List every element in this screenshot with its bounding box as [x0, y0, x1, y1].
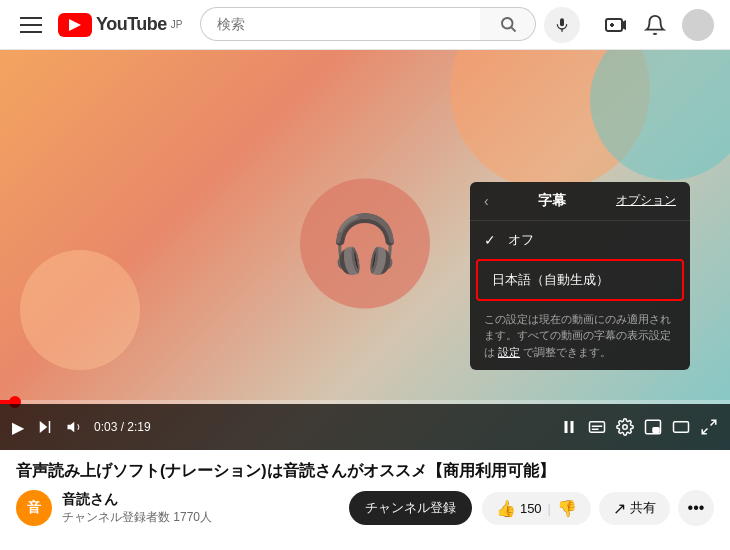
caption-item-off[interactable]: ✓ オフ	[470, 221, 690, 259]
deco-circle-2	[20, 250, 140, 370]
theater-button[interactable]	[670, 416, 692, 438]
youtube-text: YouTube	[96, 14, 167, 35]
search-icon	[499, 15, 517, 33]
channel-name: 音読さん	[62, 491, 339, 509]
caption-title: 字幕	[538, 192, 566, 210]
play-icon: ▶	[12, 418, 24, 437]
share-icon: ↗	[613, 499, 626, 518]
svg-rect-19	[674, 422, 689, 433]
like-count: 150	[520, 501, 542, 516]
thumbs-up-icon: 👍	[496, 499, 516, 518]
svg-rect-2	[560, 18, 564, 26]
subtitles-icon	[588, 418, 606, 436]
theater-icon	[672, 418, 690, 436]
channel-info: 音読さん チャンネル登録者数 1770人	[62, 491, 339, 526]
youtube-jp: JP	[171, 19, 183, 30]
subtitles-button[interactable]	[586, 416, 608, 438]
caption-japanese-label: 日本語（自動生成）	[492, 272, 609, 287]
caption-item-japanese[interactable]: 日本語（自動生成）	[476, 259, 684, 301]
svg-point-0	[502, 18, 513, 29]
checkmark-icon: ✓	[484, 232, 498, 248]
video-container[interactable]: 🎧 ‹ 字幕 オプション ✓ オフ 日本語（自動生成） この設定は現在の動画にの…	[0, 50, 730, 450]
fullscreen-button[interactable]	[698, 416, 720, 438]
controls-right	[558, 416, 720, 438]
next-button[interactable]	[34, 416, 56, 438]
caption-options-link[interactable]: オプション	[616, 192, 676, 209]
caption-menu-popup: ‹ 字幕 オプション ✓ オフ 日本語（自動生成） この設定は現在の動画にのみ適…	[470, 182, 690, 371]
caption-back-button[interactable]: ‹	[484, 193, 489, 209]
subscribe-button[interactable]: チャンネル登録	[349, 491, 472, 525]
svg-rect-12	[571, 421, 574, 433]
pause-icon	[560, 418, 578, 436]
search-button[interactable]	[480, 7, 536, 41]
youtube-icon	[58, 13, 92, 37]
mic-icon	[554, 17, 570, 33]
notifications-button[interactable]	[644, 14, 666, 36]
miniplayer-icon	[644, 418, 662, 436]
search-area	[200, 7, 580, 43]
share-button[interactable]: ↗ 共有	[599, 492, 670, 525]
miniplayer-button[interactable]	[642, 416, 664, 438]
thumbs-down-icon: 👎	[557, 499, 577, 518]
fullscreen-icon	[700, 418, 718, 436]
svg-line-1	[511, 27, 515, 31]
volume-icon	[66, 418, 84, 436]
avatar[interactable]	[682, 9, 714, 41]
caption-note: この設定は現在の動画にのみ適用されます。すべての動画の字幕の表示設定は 設定 で…	[470, 301, 690, 371]
more-options-button[interactable]: •••	[678, 490, 714, 526]
create-icon	[604, 13, 628, 37]
headphone-icon: 🎧	[330, 211, 400, 277]
header-left: YouTubeJP	[16, 13, 183, 37]
play-button[interactable]: ▶	[10, 416, 26, 439]
svg-rect-9	[49, 421, 51, 433]
svg-point-16	[623, 425, 628, 430]
video-title: 音声読み上げソフト(ナレーション)は音読さんがオススメ【商用利用可能】	[16, 460, 714, 482]
headphone-circle: 🎧	[300, 179, 430, 309]
header-right	[604, 9, 714, 41]
settings-icon	[616, 418, 634, 436]
header: YouTubeJP	[0, 0, 730, 50]
channel-subscribers: チャンネル登録者数 1770人	[62, 509, 339, 526]
mic-button[interactable]	[544, 7, 580, 43]
volume-button[interactable]	[64, 416, 86, 438]
next-icon	[36, 418, 54, 436]
svg-rect-11	[565, 421, 568, 433]
share-label: 共有	[630, 499, 656, 517]
settings-button[interactable]	[614, 416, 636, 438]
hamburger-menu-button[interactable]	[16, 13, 46, 37]
action-row: 👍 150 | 👎 ↗ 共有 •••	[482, 490, 714, 526]
channel-avatar[interactable]: 音	[16, 490, 52, 526]
youtube-logo[interactable]: YouTubeJP	[58, 13, 183, 37]
divider: |	[548, 501, 551, 516]
svg-line-21	[702, 429, 707, 434]
hamburger-icon	[16, 13, 46, 37]
pause-indicator-button[interactable]	[558, 416, 580, 438]
bell-icon	[644, 14, 666, 36]
svg-line-20	[711, 420, 716, 425]
channel-row: 音 音読さん チャンネル登録者数 1770人 チャンネル登録 👍 150 | 👎…	[16, 490, 714, 526]
more-icon: •••	[688, 499, 705, 517]
video-time: 0:03 / 2:19	[94, 420, 151, 434]
caption-settings-link[interactable]: 設定	[498, 346, 520, 358]
like-button[interactable]: 👍 150 | 👎	[482, 492, 591, 525]
svg-marker-10	[68, 422, 75, 433]
caption-note-suffix: で調整できます。	[523, 346, 611, 358]
caption-header: ‹ 字幕 オプション	[470, 182, 690, 221]
caption-off-label: オフ	[508, 231, 534, 249]
create-video-button[interactable]	[604, 13, 628, 37]
below-video: 音声読み上げソフト(ナレーション)は音読さんがオススメ【商用利用可能】 音 音読…	[0, 450, 730, 532]
svg-rect-18	[653, 428, 659, 433]
video-controls: ▶ 0:03 / 2:19	[0, 404, 730, 450]
svg-marker-8	[40, 421, 48, 433]
search-input[interactable]	[200, 7, 480, 41]
